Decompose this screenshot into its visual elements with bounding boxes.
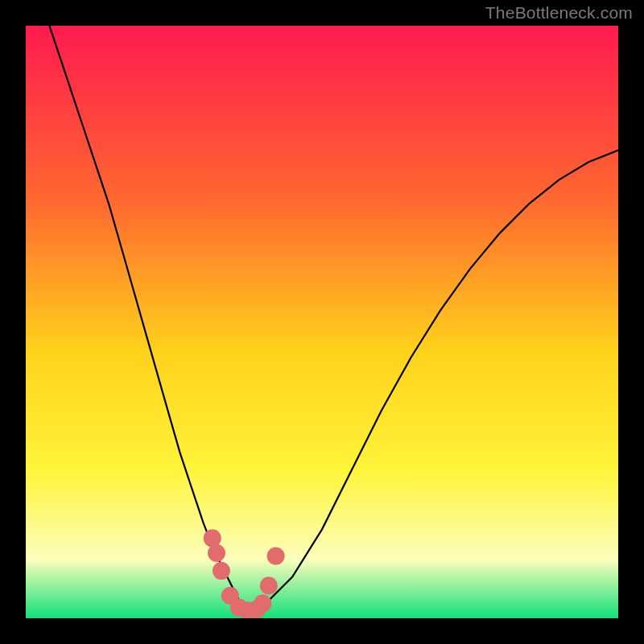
bottleneck-chart	[26, 26, 618, 618]
marker-point	[208, 544, 225, 562]
watermark-text: TheBottleneck.com	[485, 3, 633, 23]
marker-point	[213, 562, 230, 580]
marker-point	[254, 595, 271, 613]
marker-point	[267, 547, 285, 565]
marker-point	[260, 577, 278, 595]
chart-plot-area	[26, 26, 618, 618]
